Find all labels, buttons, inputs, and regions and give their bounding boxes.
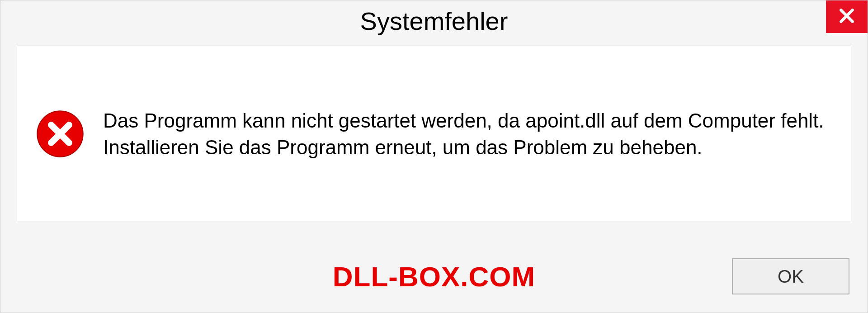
error-message: Das Programm kann nicht gestartet werden… (103, 107, 833, 161)
dialog-footer: DLL-BOX.COM OK (0, 240, 868, 313)
error-icon (35, 109, 85, 159)
close-button[interactable] (826, 0, 868, 33)
close-icon (838, 7, 855, 26)
ok-button[interactable]: OK (732, 258, 849, 294)
title-bar: Systemfehler (0, 0, 868, 41)
dialog-title: Systemfehler (360, 6, 508, 36)
error-dialog: Systemfehler Das Programm kann nicht ges… (0, 0, 868, 313)
content-area: Das Programm kann nicht gestartet werden… (17, 46, 851, 222)
watermark-text: DLL-BOX.COM (333, 261, 535, 293)
